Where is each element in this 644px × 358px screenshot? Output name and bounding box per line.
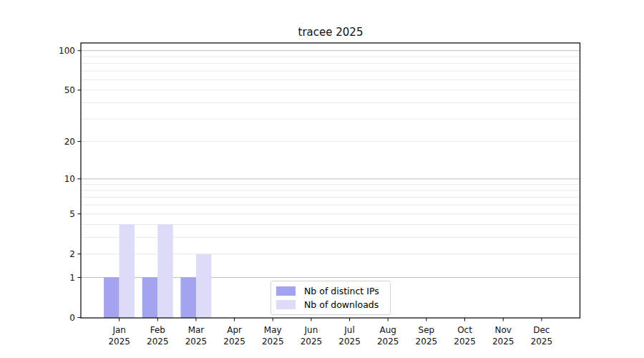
x-tick-label-year: 2025	[377, 337, 399, 347]
x-tick-label-month: Sep	[419, 325, 435, 335]
x-tick-label-month: Nov	[494, 325, 511, 335]
x-tick-label-month: Jul	[343, 325, 354, 335]
bar-nb-of-distinct-ips-feb	[142, 278, 158, 318]
x-tick-label-year: 2025	[147, 337, 169, 347]
x-tick-label-year: 2025	[531, 337, 553, 347]
x-tick-label-year: 2025	[416, 337, 438, 347]
y-tick-label: 0	[69, 313, 75, 323]
y-tick-label: 10	[64, 174, 75, 184]
bar-nb-of-downloads-mar	[196, 254, 212, 318]
x-tick-label-month: May	[264, 325, 282, 335]
legend-label: Nb of distinct IPs	[304, 286, 379, 296]
bar-nb-of-distinct-ips-jan	[104, 278, 119, 318]
x-tick-label-year: 2025	[338, 337, 361, 347]
bar-nb-of-downloads-feb	[157, 224, 173, 318]
legend-item: Nb of downloads	[276, 298, 385, 311]
axes-frame	[81, 43, 580, 318]
y-tick-label: 50	[64, 85, 75, 95]
legend-label: Nb of downloads	[304, 299, 379, 310]
y-tick-label: 20	[64, 137, 75, 147]
x-tick-label-month: Dec	[533, 325, 550, 335]
bar-nb-of-downloads-jan	[119, 224, 135, 318]
x-tick-label-month: Oct	[457, 325, 472, 335]
x-tick-label-month: Jan	[112, 325, 126, 335]
y-tick-label: 1	[69, 273, 75, 283]
x-tick-label-year: 2025	[262, 337, 284, 347]
legend-swatch-icon	[276, 286, 296, 296]
x-tick-label-year: 2025	[301, 337, 323, 347]
x-tick-label-year: 2025	[492, 337, 514, 347]
x-tick-label-year: 2025	[108, 337, 130, 347]
legend: Nb of distinct IPsNb of downloads	[270, 281, 391, 315]
figure: tracee 2025 0125102050100Jan2025Feb2025M…	[0, 0, 644, 358]
x-tick-label-year: 2025	[223, 337, 245, 347]
x-tick-label-year: 2025	[454, 337, 476, 347]
x-tick-label-month: Feb	[150, 325, 165, 335]
x-tick-label-month: Apr	[227, 325, 242, 335]
y-tick-label: 2	[69, 249, 75, 259]
legend-item: Nb of distinct IPs	[276, 284, 385, 298]
x-tick-label-month: Jun	[304, 325, 318, 335]
y-tick-label: 100	[59, 46, 75, 56]
x-tick-label-month: Aug	[380, 325, 396, 335]
x-tick-label-month: Mar	[188, 325, 205, 335]
y-tick-label: 5	[69, 209, 75, 219]
bar-nb-of-distinct-ips-mar	[180, 278, 196, 318]
legend-swatch-icon	[276, 300, 296, 309]
x-tick-label-year: 2025	[185, 337, 208, 347]
